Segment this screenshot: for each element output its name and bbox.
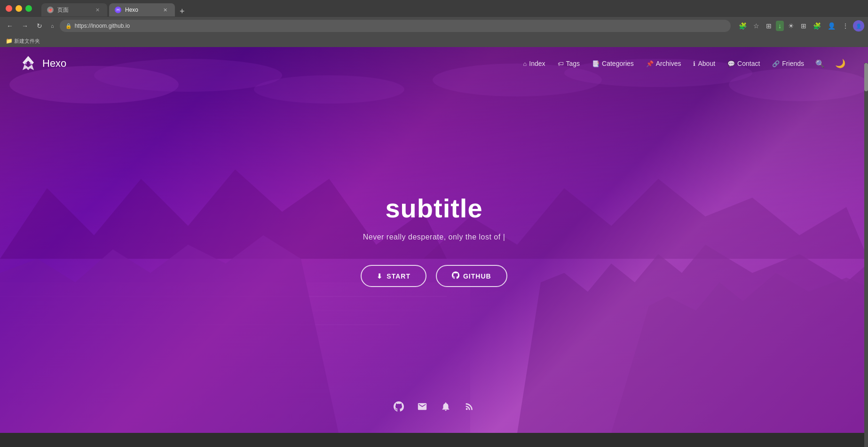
url-text: https://lnoom.github.io xyxy=(75,23,725,29)
scrollbar[interactable] xyxy=(864,63,868,447)
back-button[interactable]: ← xyxy=(4,20,16,32)
tab-manager-icon[interactable]: ⊞ xyxy=(764,21,774,31)
bookmark-star-icon[interactable]: ☆ xyxy=(751,21,762,31)
nav-categories-label: Categories xyxy=(602,60,634,67)
nav-about[interactable]: ℹ About xyxy=(688,57,720,70)
site-nav: Hexo ⌂ Index 🏷 Tags 📑 Categories 📌 Arch xyxy=(0,47,868,80)
friends-nav-icon: 🔗 xyxy=(772,60,780,67)
tab-1[interactable]: 🐙 页面 ✕ xyxy=(41,3,107,16)
nav-archives-label: Archives xyxy=(656,60,681,67)
start-down-icon: ⬇ xyxy=(377,272,383,280)
browser-chrome: 🐙 页面 ✕ H Hexo ✕ + ← → ↻ ⌂ 🔒 https://lnoo… xyxy=(0,0,868,47)
tab-1-icon: 🐙 xyxy=(47,7,54,13)
nav-menu: ⌂ Index 🏷 Tags 📑 Categories 📌 Archives ℹ xyxy=(518,56,849,72)
dark-mode-button[interactable]: 🌙 xyxy=(831,56,849,72)
start-label: START xyxy=(387,272,410,280)
website: Hexo ⌂ Index 🏷 Tags 📑 Categories 📌 Arch xyxy=(0,47,868,433)
bookmark-folder[interactable]: 📁 新建文件夹 xyxy=(4,37,42,45)
hero-subtitle: Never really desperate, only the lost of… xyxy=(361,233,507,241)
hero-buttons: ⬇ START GITHUB xyxy=(361,265,507,287)
tags-nav-icon: 🏷 xyxy=(558,60,564,67)
site-logo-text: Hexo xyxy=(42,57,66,70)
svg-marker-17 xyxy=(23,64,34,70)
toolbar-icons: 🧩 ☆ ⊞ ↓ ☀ ⊞ 🧩 👤 ⋮ 👤 xyxy=(736,20,864,32)
nav-index-label: Index xyxy=(529,60,545,67)
social-rss[interactable] xyxy=(464,401,474,414)
logo-svg xyxy=(19,54,38,73)
nav-tags[interactable]: 🏷 Tags xyxy=(553,57,585,70)
address-bar: ← → ↻ ⌂ 🔒 https://lnoom.github.io 🧩 ☆ ⊞ … xyxy=(0,17,868,35)
extensions-icon[interactable]: 🧩 xyxy=(736,21,749,31)
bookmarks-bar: 📁 新建文件夹 xyxy=(0,35,868,47)
nav-friends[interactable]: 🔗 Friends xyxy=(767,57,809,70)
svg-point-19 xyxy=(30,63,32,64)
close-button[interactable] xyxy=(6,5,12,12)
download-icon[interactable]: ↓ xyxy=(776,21,784,31)
nav-archives[interactable]: 📌 Archives xyxy=(641,57,686,70)
tab-2[interactable]: H Hexo ✕ xyxy=(109,3,175,16)
nav-about-label: About xyxy=(698,60,715,67)
tab-2-close[interactable]: ✕ xyxy=(163,7,167,13)
extension-icon-2[interactable]: 👤 xyxy=(825,21,838,31)
tabs-bar: 🐙 页面 ✕ H Hexo ✕ + xyxy=(38,0,191,16)
search-button[interactable]: 🔍 xyxy=(812,56,829,71)
forward-button[interactable]: → xyxy=(19,20,31,32)
url-bar[interactable]: 🔒 https://lnoom.github.io xyxy=(60,20,731,32)
profile-icon[interactable]: 👤 xyxy=(853,20,864,32)
title-bar: 🐙 页面 ✕ H Hexo ✕ + xyxy=(0,0,868,17)
new-tab-button[interactable]: + xyxy=(177,7,188,16)
weather-icon[interactable]: ☀ xyxy=(786,21,797,31)
github-button[interactable]: GITHUB xyxy=(436,265,507,287)
nav-categories[interactable]: 📑 Categories xyxy=(587,57,639,70)
svg-point-18 xyxy=(25,63,27,64)
bookmark-label: 新建文件夹 xyxy=(14,38,40,45)
tab-1-close[interactable]: ✕ xyxy=(95,7,100,13)
tab-2-icon: H xyxy=(115,7,121,13)
hero-social xyxy=(394,401,474,414)
social-bell[interactable] xyxy=(441,401,451,414)
nav-contact-label: Contact xyxy=(737,60,760,67)
social-github[interactable] xyxy=(394,401,404,414)
nav-contact[interactable]: 💬 Contact xyxy=(723,57,765,70)
start-button[interactable]: ⬇ START xyxy=(361,265,426,287)
nav-friends-label: Friends xyxy=(782,60,804,67)
hero-content: subtitle Never really desperate, only th… xyxy=(361,193,507,287)
svg-marker-16 xyxy=(23,56,34,64)
more-button[interactable]: ⋮ xyxy=(840,21,851,31)
nav-tags-label: Tags xyxy=(566,60,580,67)
about-nav-icon: ℹ xyxy=(693,60,695,67)
tab-1-label: 页面 xyxy=(57,6,69,14)
reload-button[interactable]: ↻ xyxy=(34,20,45,32)
github-icon xyxy=(452,271,459,280)
archives-nav-icon: 📌 xyxy=(646,60,654,67)
window-controls xyxy=(6,5,32,12)
tab-2-label: Hexo xyxy=(125,7,138,13)
hero-section: Hexo ⌂ Index 🏷 Tags 📑 Categories 📌 Arch xyxy=(0,47,868,433)
categories-nav-icon: 📑 xyxy=(592,60,600,67)
folder-icon: 📁 xyxy=(6,38,13,44)
hero-title: subtitle xyxy=(361,193,507,224)
site-logo[interactable]: Hexo xyxy=(19,54,66,73)
github-label: GITHUB xyxy=(463,272,491,280)
extension-icon-1[interactable]: 🧩 xyxy=(811,21,823,31)
home-button[interactable]: ⌂ xyxy=(48,21,57,31)
contact-nav-icon: 💬 xyxy=(727,60,735,67)
maximize-button[interactable] xyxy=(25,5,32,12)
home-nav-icon: ⌂ xyxy=(523,60,527,67)
nav-index[interactable]: ⌂ Index xyxy=(518,57,550,70)
minimize-button[interactable] xyxy=(16,5,22,12)
grid-icon[interactable]: ⊞ xyxy=(798,21,809,31)
social-email[interactable] xyxy=(417,401,427,414)
lock-icon: 🔒 xyxy=(65,23,72,29)
